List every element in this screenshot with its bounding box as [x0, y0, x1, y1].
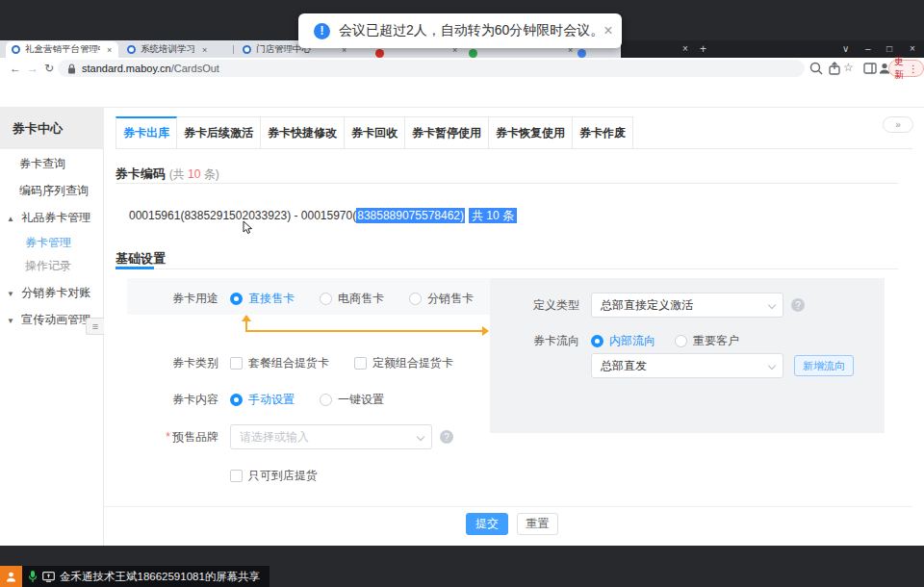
define-type-row: 定义类型 总部直接定义激活 ?: [522, 293, 805, 318]
sidebar-item-operation-log[interactable]: 操作记录: [25, 258, 71, 274]
share-bar-text: 金禾通技术王斌18662591081的屏幕共享: [60, 570, 260, 584]
share-icon[interactable]: [827, 61, 842, 76]
new-tab-icon[interactable]: +: [700, 42, 706, 56]
panel-collapse-button[interactable]: »: [883, 116, 913, 133]
checkbox-fixed-amount-combo-card[interactable]: 定额组合提货卡: [354, 355, 453, 371]
tab-close-icon[interactable]: ×: [682, 43, 688, 54]
tab-card-later-activation[interactable]: 券卡后续激活: [177, 116, 261, 149]
tab-card-void[interactable]: 券卡作废: [573, 116, 633, 149]
tab-card-outbound[interactable]: 券卡出库: [116, 116, 177, 149]
mouse-cursor-icon: [243, 220, 253, 235]
checkbox-icon: [230, 357, 243, 370]
radio-manual-setup[interactable]: 手动设置: [230, 392, 295, 408]
window-maximize-icon[interactable]: □: [886, 43, 892, 54]
caret-down-icon: ▼: [7, 290, 14, 298]
tab-search-chevron-icon[interactable]: ∨: [842, 43, 849, 54]
tab-favicon-blue-icon[interactable]: [578, 49, 586, 58]
flow-row: 券卡流向 内部流向 重要客户: [522, 333, 764, 349]
toast-close-icon[interactable]: ×: [603, 23, 612, 38]
category-row: 券卡类别 套餐组合提货卡 定额组合提货卡: [127, 355, 478, 371]
tab-favicon-red-icon[interactable]: [375, 49, 384, 58]
tab-card-recycle[interactable]: 券卡回收: [345, 116, 405, 149]
app-header: [0, 79, 924, 108]
site-favicon-icon: [243, 45, 251, 54]
sidebar-item-card-query[interactable]: 券卡查询: [19, 156, 65, 172]
radio-ecommerce-sale[interactable]: 电商售卡: [320, 291, 384, 307]
content-label: 券卡内容: [127, 392, 218, 408]
define-type-label: 定义类型: [522, 297, 579, 314]
radio-internal-flow[interactable]: 内部流向: [591, 333, 655, 349]
add-flow-button[interactable]: 新增流向: [794, 355, 854, 376]
settings-section-title: 基础设置: [116, 250, 166, 268]
window-close-icon[interactable]: ×: [910, 43, 915, 54]
checkbox-icon: [354, 357, 367, 370]
sidebar-item-card-management[interactable]: 券卡管理: [25, 235, 71, 251]
meeting-toast: ! 会议已超过2人，自动转为60分钟限时会议。 ×: [298, 13, 622, 48]
define-type-select[interactable]: 总部直接定义激活: [591, 293, 783, 318]
chrome-update-button[interactable]: 更新 ⋮: [888, 60, 924, 77]
tab-title: 系统培训学习: [141, 43, 195, 56]
divider: [116, 183, 898, 184]
sidebar-header: 券卡中心: [0, 108, 104, 149]
url-host: standard.maboy.cn: [82, 63, 171, 74]
brand-placeholder: 请选择或输入: [240, 429, 309, 446]
tab-close-icon[interactable]: ×: [202, 45, 207, 55]
kebab-menu-icon[interactable]: ⋮: [909, 64, 918, 74]
code-range-count-badge: 共 10 条: [469, 208, 517, 223]
browser-tab-2[interactable]: 系统培训学习 ×: [121, 41, 230, 58]
radio-icon: [320, 394, 332, 406]
double-chevron-right-icon: »: [895, 119, 901, 130]
sidebar-group-promo-animation-mgmt[interactable]: ▼ 宣传动画管理: [7, 312, 90, 328]
sidebar-collapse-button[interactable]: ≡: [86, 318, 104, 335]
radio-direct-sale[interactable]: 直接售卡: [230, 291, 295, 307]
code-range-selected: 8385889075578462): [356, 208, 465, 223]
reset-button[interactable]: 重置: [517, 513, 558, 535]
brand-row: *预售品牌 请选择或输入 ?: [127, 424, 453, 449]
sidebar-group-gift-card-mgmt[interactable]: ▲ 礼品券卡管理: [7, 210, 90, 226]
brand-select[interactable]: 请选择或输入: [230, 424, 432, 449]
sidebar-group-distribution-reconcile[interactable]: ▼ 分销券卡对账: [7, 285, 90, 301]
tab-card-quick-edit[interactable]: 券卡快捷修改: [261, 116, 345, 149]
sidebar-item-code-sequence-query[interactable]: 编码序列查询: [19, 183, 89, 199]
tab-separator: [233, 45, 234, 54]
zoom-icon[interactable]: [808, 61, 824, 76]
checkbox-store-pickup-only[interactable]: 只可到店提货: [230, 468, 318, 484]
tabs-underline: [116, 148, 912, 149]
chevron-down-icon: [417, 433, 424, 441]
browser-tab-1[interactable]: 礼盒营销平台管理中心 ×: [6, 41, 118, 58]
forward-icon[interactable]: →: [27, 62, 38, 75]
tab-favicon-green-icon[interactable]: [469, 49, 477, 58]
required-asterisk: *: [166, 430, 170, 444]
radio-important-customer[interactable]: 重要客户: [675, 333, 739, 349]
help-icon[interactable]: ?: [440, 430, 453, 444]
reload-icon[interactable]: ↻: [44, 62, 54, 75]
arrow-right-head: [482, 326, 489, 336]
footer-divider: [104, 506, 912, 507]
help-icon[interactable]: ?: [791, 298, 805, 312]
checkbox-icon: [230, 470, 243, 482]
side-panel-icon[interactable]: [862, 61, 878, 76]
screen-share-icon: [42, 572, 55, 582]
url-bar[interactable]: standard.maboy.cn/CardsOut: [58, 60, 805, 77]
bookmark-star-icon[interactable]: ☆: [843, 61, 854, 74]
radio-icon: [675, 335, 687, 347]
content-row: 券卡内容 手动设置 一键设置: [127, 392, 409, 408]
radio-selected-icon: [230, 394, 243, 406]
tab-card-resume[interactable]: 券卡恢复使用: [489, 116, 573, 149]
checkbox-package-combo-card[interactable]: 套餐组合提货卡: [230, 355, 329, 371]
microphone-icon: [28, 570, 38, 583]
back-icon[interactable]: ←: [10, 62, 21, 75]
radio-one-click-setup[interactable]: 一键设置: [320, 392, 384, 408]
tab-close-icon[interactable]: ×: [107, 45, 112, 55]
flow-select[interactable]: 总部直发: [591, 353, 783, 378]
card-code-range: 00015961(8385291502033923) - 00015970(83…: [129, 208, 517, 224]
radio-distribution-sale[interactable]: 分销售卡: [409, 291, 474, 307]
update-label: 更新: [894, 55, 906, 82]
screen-share-bar: 金禾通技术王斌18662591081的屏幕共享: [22, 566, 270, 587]
browser-tabstrip-dark: [621, 40, 924, 58]
submit-button[interactable]: 提交: [466, 513, 508, 535]
active-section-underline: [116, 267, 154, 269]
tab-card-suspend[interactable]: 券卡暂停使用: [405, 116, 489, 149]
window-minimize-icon[interactable]: –: [865, 43, 871, 54]
person-icon: [5, 571, 17, 583]
